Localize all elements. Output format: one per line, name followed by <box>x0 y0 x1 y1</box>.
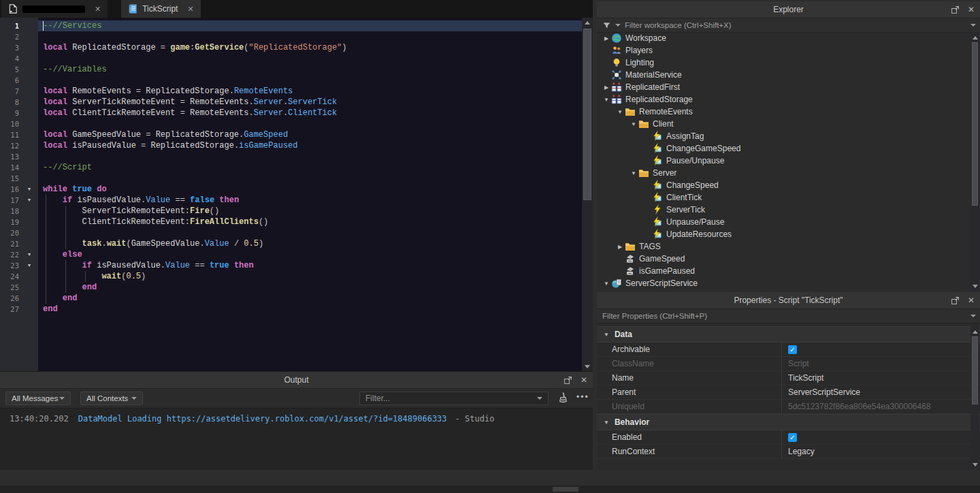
property-value[interactable]: ✓ <box>782 343 980 356</box>
scroll-down-icon[interactable] <box>970 281 979 291</box>
log-message[interactable]: DataModel Loading https://assetdelivery.… <box>78 414 447 424</box>
code-line-21[interactable]: task.wait(GameSpeedValue.Value / 0.5) <box>38 238 582 249</box>
explorer-filter-input[interactable]: Filter workspace (Ctrl+Shift+X) <box>597 18 980 33</box>
checkbox-checked-icon[interactable]: ✓ <box>788 433 797 442</box>
fold-arrow-icon[interactable]: ▼ <box>24 195 34 206</box>
code-line-25[interactable]: end <box>38 282 582 293</box>
code-line-2[interactable] <box>38 31 582 42</box>
code-line-3[interactable]: local ReplicatedStorage = game:GetServic… <box>38 42 582 53</box>
property-row-enabled[interactable]: Enabled✓ <box>597 430 980 445</box>
close-panel-icon[interactable]: ✕ <box>968 5 975 14</box>
section-header-behavior[interactable]: ▼Behavior <box>597 414 980 430</box>
code-line-19[interactable]: ClientTickRemoteEvent:FireAllClients() <box>38 217 582 227</box>
scroll-up-icon[interactable] <box>970 33 979 42</box>
code-line-11[interactable]: local GameSpeedValue = ReplicatedStorage… <box>38 129 582 140</box>
section-header-data[interactable]: ▼Data <box>597 326 980 343</box>
code-line-24[interactable]: wait(0.5) <box>38 271 582 282</box>
close-panel-icon[interactable]: ✕ <box>581 376 587 385</box>
expand-arrow-icon[interactable]: ▶ <box>602 84 611 91</box>
output-filter-input[interactable]: Filter... <box>359 392 549 405</box>
scrollbar-thumb[interactable] <box>972 42 978 206</box>
explorer-item-replicatedstorage[interactable]: ▼ReplicatedStorage <box>597 93 980 106</box>
tab-tickscript[interactable]: TickScript ✕ <box>121 0 200 18</box>
explorer-item-tags[interactable]: ▶TAGS <box>597 240 980 253</box>
code-area[interactable]: --//Serviceslocal ReplicatedStorage = ga… <box>38 18 582 371</box>
funnel-filter-icon[interactable] <box>602 21 611 30</box>
collapse-arrow-icon[interactable]: ▼ <box>604 332 609 338</box>
contexts-filter-dropdown[interactable]: All Contexts <box>80 392 143 405</box>
code-line-18[interactable]: ServerTickRemoteEvent:Fire() <box>38 206 582 217</box>
collapse-arrow-icon[interactable]: ▼ <box>615 109 625 115</box>
code-line-9[interactable]: local ClientTickRemoteEvent = RemoteEven… <box>38 108 582 118</box>
collapse-arrow-icon[interactable]: ▼ <box>602 281 611 287</box>
explorer-item-lighting[interactable]: Lighting <box>597 57 980 69</box>
more-options-button[interactable]: ••• <box>576 392 589 402</box>
horizontal-scrollbar[interactable] <box>0 486 980 493</box>
property-row-name[interactable]: NameTickScript <box>597 371 980 385</box>
property-row-uniqueid[interactable]: UniqueId5dc5123782f86ea806e54ea300006468 <box>597 400 980 414</box>
explorer-item-unpause-pause[interactable]: Unpause/Pause <box>597 216 980 228</box>
properties-scrollbar[interactable] <box>970 326 979 470</box>
close-icon[interactable]: ✕ <box>95 5 101 14</box>
code-line-10[interactable] <box>38 118 582 129</box>
code-line-20[interactable] <box>38 227 582 238</box>
property-row-archivable[interactable]: Archivable✓ <box>597 343 980 357</box>
explorer-item-gamespeed[interactable]: GameSpeed <box>597 253 980 265</box>
messages-filter-dropdown[interactable]: All Messages <box>5 392 71 405</box>
explorer-item-updateresources[interactable]: UpdateResources <box>597 228 980 240</box>
code-line-23[interactable]: if isPausedValue.Value == true then <box>38 260 582 271</box>
code-line-4[interactable] <box>38 53 582 64</box>
property-value[interactable]: ✓ <box>782 430 980 444</box>
float-panel-icon[interactable] <box>951 296 960 305</box>
code-line-17[interactable]: if isPausedValue.Value == false then <box>38 195 582 206</box>
explorer-scrollbar[interactable] <box>970 32 979 291</box>
code-line-16[interactable]: while true do <box>38 184 582 195</box>
close-icon[interactable]: ✕ <box>187 5 193 14</box>
code-editor[interactable]: 12345678910111213141516▼17▼1819202122▼23… <box>0 18 593 371</box>
code-line-5[interactable]: --//Variables <box>38 64 582 75</box>
fold-arrow-icon[interactable]: ▼ <box>24 184 34 195</box>
property-row-classname[interactable]: ClassNameScript <box>597 357 980 371</box>
chevron-down-icon[interactable] <box>970 24 976 27</box>
explorer-item-assigntag[interactable]: AssignTag <box>597 130 980 142</box>
chevron-down-icon[interactable] <box>970 315 976 317</box>
collapse-arrow-icon[interactable]: ▼ <box>629 170 638 176</box>
property-row-runcontext[interactable]: RunContextLegacy <box>597 445 980 459</box>
collapse-arrow-icon[interactable]: ▼ <box>602 97 611 103</box>
clear-output-icon[interactable] <box>555 391 568 404</box>
explorer-item-changespeed[interactable]: ChangeSpeed <box>597 179 980 191</box>
property-value[interactable]: ServerScriptService <box>782 385 980 399</box>
code-line-13[interactable] <box>38 151 582 162</box>
explorer-item-remoteevents[interactable]: ▼RemoteEvents <box>597 106 980 118</box>
fold-arrow-icon[interactable]: ▼ <box>24 260 34 271</box>
explorer-item-servertick[interactable]: ServerTick <box>597 204 980 216</box>
editor-scrollbar[interactable] <box>582 18 593 371</box>
explorer-item-client[interactable]: ▼Client <box>597 118 980 130</box>
explorer-item-changegamespeed[interactable]: ChangeGameSpeed <box>597 142 980 155</box>
code-line-26[interactable]: end <box>38 293 582 304</box>
scroll-down-icon[interactable] <box>582 362 593 371</box>
collapse-arrow-icon[interactable]: ▼ <box>629 121 638 127</box>
explorer-item-workspace[interactable]: ▶Workspace <box>597 32 980 44</box>
checkbox-checked-icon[interactable]: ✓ <box>788 345 797 354</box>
property-value[interactable]: 5dc5123782f86ea806e54ea300006468 <box>782 400 980 413</box>
explorer-item-isgamepaused[interactable]: isGamePaused <box>597 265 980 277</box>
expand-arrow-icon[interactable]: ▶ <box>615 244 625 250</box>
property-value[interactable]: Legacy <box>782 445 980 458</box>
properties-filter-input[interactable]: Filter Properties (Ctrl+Shift+P) <box>597 309 980 323</box>
explorer-item-serverscriptservice[interactable]: ▼ServerScriptService <box>597 277 980 289</box>
code-line-1[interactable]: --//Services <box>38 20 582 31</box>
property-value[interactable]: TickScript <box>782 371 980 385</box>
expand-arrow-icon[interactable]: ▶ <box>602 35 611 42</box>
scrollbar-thumb[interactable] <box>583 29 591 200</box>
code-line-6[interactable] <box>38 75 582 86</box>
scroll-down-icon[interactable] <box>970 460 979 469</box>
float-panel-icon[interactable] <box>564 376 572 385</box>
fold-arrow-icon[interactable]: ▼ <box>24 249 34 260</box>
tab-place[interactable]: ✕ <box>1 0 108 18</box>
code-line-22[interactable]: else <box>38 249 582 260</box>
scroll-up-icon[interactable] <box>582 18 593 27</box>
float-panel-icon[interactable] <box>951 5 960 14</box>
scrollbar-thumb[interactable] <box>553 487 578 492</box>
code-line-12[interactable]: local isPausedValue = ReplicatedStorage.… <box>38 140 582 151</box>
